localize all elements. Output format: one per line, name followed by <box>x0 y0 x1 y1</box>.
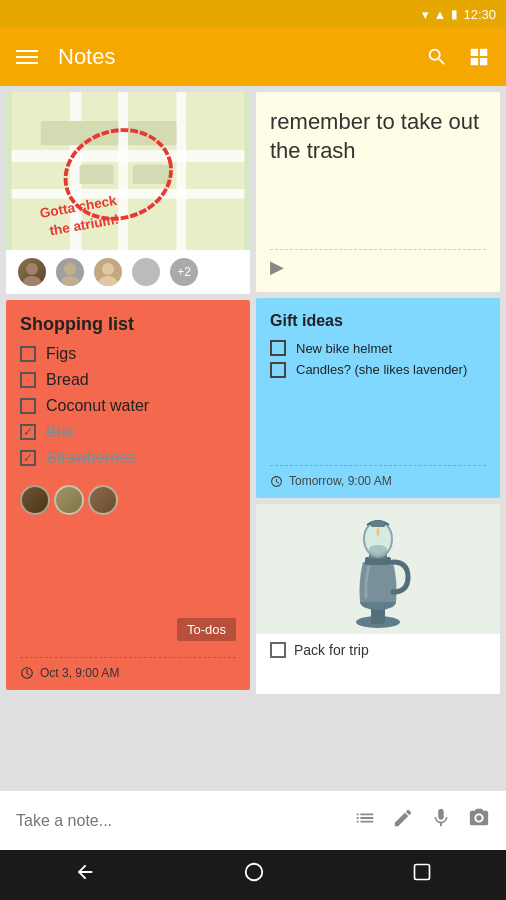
back-button[interactable] <box>74 861 96 889</box>
item-candles: Candles? (she likes lavender) <box>296 362 467 379</box>
status-bar: ▾ ▲ ▮ 12:30 <box>0 0 506 28</box>
mic-icon[interactable] <box>430 807 452 834</box>
item-brie: Brie <box>46 423 74 441</box>
map-note-avatars: +2 <box>6 250 250 294</box>
shopping-list-note[interactable]: Shopping list Figs Bread Coconut water B… <box>6 300 250 690</box>
svg-rect-7 <box>128 121 176 145</box>
checkbox-figs[interactable] <box>20 346 36 362</box>
notes-column-left: Gotta check the atrium! +2 <box>6 92 250 694</box>
reminder-text: Tomorrow, 9:00 AM <box>289 474 392 488</box>
svg-rect-8 <box>80 165 114 184</box>
svg-point-18 <box>99 276 117 286</box>
map-image: Gotta check the atrium! <box>6 92 250 252</box>
gift-note-reminder: Tomorrow, 9:00 AM <box>270 465 486 488</box>
svg-rect-26 <box>371 521 385 527</box>
list-item: Brie <box>20 423 236 441</box>
avatar-2 <box>54 256 86 288</box>
svg-point-15 <box>64 263 76 275</box>
item-figs: Figs <box>46 345 76 363</box>
gift-ideas-title: Gift ideas <box>270 312 486 330</box>
lamp-image <box>256 504 500 634</box>
checkbox-candles[interactable] <box>270 362 286 378</box>
checkbox-pack[interactable] <box>270 642 286 658</box>
list-item: Bread <box>20 371 236 389</box>
signal-icon: ▲ <box>434 7 447 22</box>
status-time: 12:30 <box>463 7 496 22</box>
app-bar-right <box>426 46 490 68</box>
view-toggle-button[interactable] <box>468 46 490 68</box>
wifi-icon: ▾ <box>422 7 429 22</box>
svg-point-17 <box>102 263 114 275</box>
item-strawberries: Strawberries <box>46 449 136 467</box>
item-coconut-water: Coconut water <box>46 397 149 415</box>
svg-point-16 <box>61 276 79 286</box>
list-item: New bike helmet <box>270 340 486 356</box>
list-item: Strawberries <box>20 449 236 467</box>
avatar-s3 <box>88 485 118 515</box>
shopping-list-title: Shopping list <box>20 314 236 335</box>
svg-point-14 <box>23 276 41 286</box>
checkbox-helmet[interactable] <box>270 340 286 356</box>
checkbox-coconut[interactable] <box>20 398 36 414</box>
bottom-icons <box>354 807 490 834</box>
notes-column-right: remember to take out the trash ▶ Gift id… <box>256 92 500 694</box>
lamp-note-content: Pack for trip <box>256 634 500 666</box>
yellow-note-footer <box>270 249 486 256</box>
app-title: Notes <box>58 44 115 70</box>
lamp-note[interactable]: Pack for trip <box>256 504 500 694</box>
trash-reminder-note[interactable]: remember to take out the trash ▶ <box>256 92 500 292</box>
shopping-list-date-text: Oct 3, 9:00 AM <box>40 666 119 680</box>
todos-badge: To-dos <box>177 618 236 641</box>
gift-ideas-note[interactable]: Gift ideas New bike helmet Candles? (she… <box>256 298 500 498</box>
recent-apps-button[interactable] <box>412 862 432 888</box>
home-button[interactable] <box>243 861 265 889</box>
list-icon[interactable] <box>354 807 376 834</box>
nav-bar <box>0 850 506 900</box>
svg-rect-28 <box>415 865 430 880</box>
shopping-list-avatars <box>20 485 236 515</box>
take-note-input[interactable] <box>16 812 338 830</box>
more-avatars-badge: +2 <box>168 256 200 288</box>
notes-grid: Gotta check the atrium! +2 <box>0 86 506 790</box>
menu-button[interactable] <box>16 50 38 64</box>
list-item: Coconut water <box>20 397 236 415</box>
svg-point-27 <box>246 864 263 881</box>
map-note[interactable]: Gotta check the atrium! +2 <box>6 92 250 294</box>
checkbox-strawberries[interactable] <box>20 450 36 466</box>
bottom-bar <box>0 790 506 850</box>
app-bar-left: Notes <box>16 44 115 70</box>
checkbox-bread[interactable] <box>20 372 36 388</box>
pencil-icon[interactable] <box>392 807 414 834</box>
trash-reminder-text: remember to take out the trash <box>270 108 486 241</box>
avatar-placeholder <box>130 256 162 288</box>
checkbox-brie[interactable] <box>20 424 36 440</box>
avatar-3 <box>92 256 124 288</box>
battery-icon: ▮ <box>451 7 458 21</box>
svg-rect-4 <box>118 92 128 252</box>
play-button[interactable]: ▶ <box>270 256 486 278</box>
avatar-1 <box>16 256 48 288</box>
shopping-list-date: Oct 3, 9:00 AM <box>20 657 236 680</box>
svg-point-13 <box>26 263 38 275</box>
camera-icon[interactable] <box>468 807 490 834</box>
svg-rect-5 <box>176 92 186 252</box>
search-button[interactable] <box>426 46 448 68</box>
list-item: Candles? (she likes lavender) <box>270 362 486 379</box>
lamp-note-text: Pack for trip <box>294 642 369 658</box>
svg-rect-9 <box>133 165 172 184</box>
list-item: Figs <box>20 345 236 363</box>
avatar-s1 <box>20 485 50 515</box>
status-icons: ▾ ▲ ▮ 12:30 <box>422 7 496 22</box>
item-helmet: New bike helmet <box>296 341 392 356</box>
item-bread: Bread <box>46 371 89 389</box>
avatar-s2 <box>54 485 84 515</box>
app-bar: Notes <box>0 28 506 86</box>
